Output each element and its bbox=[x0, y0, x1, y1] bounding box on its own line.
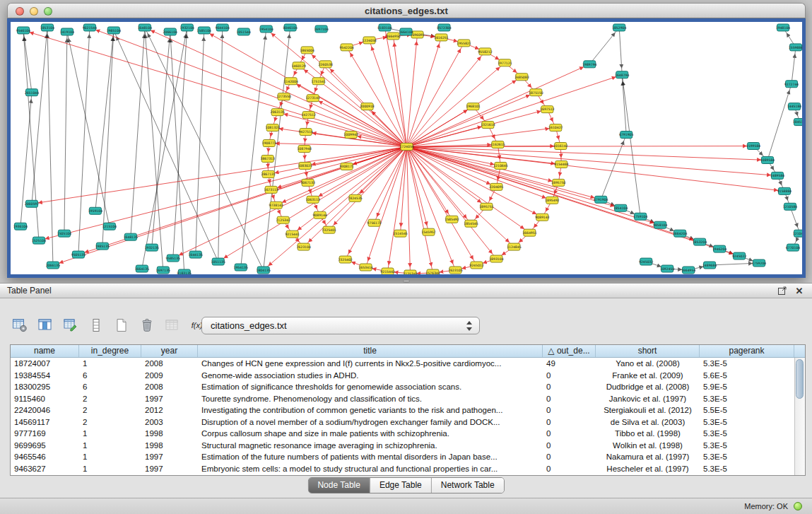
graph-node[interactable]: 1051135 bbox=[211, 258, 225, 265]
graph-node[interactable]: 1853104 bbox=[40, 24, 54, 31]
column-header-pagerank[interactable]: pagerank bbox=[700, 345, 794, 357]
graph-node[interactable]: 1985135 bbox=[95, 243, 110, 250]
table-row[interactable]: 946554611997Estimation of the future num… bbox=[11, 451, 805, 463]
graph-node[interactable]: 1445184 bbox=[787, 103, 801, 110]
column-header-short[interactable]: short bbox=[596, 345, 700, 357]
graph-node[interactable]: 9427514 bbox=[298, 129, 312, 136]
graph-node[interactable]: 1083021 bbox=[298, 162, 312, 169]
graph-node[interactable]: 7125342 bbox=[276, 216, 290, 223]
graph-node[interactable]: 9505135 bbox=[71, 251, 86, 258]
graph-node[interactable]: 1124845 bbox=[507, 243, 521, 250]
graph-node[interactable]: 2651044 bbox=[25, 89, 39, 96]
graph-node[interactable]: 1908773 bbox=[261, 140, 276, 147]
graph-node[interactable]: 1895751 bbox=[479, 203, 493, 210]
graph-node[interactable]: 1644135 bbox=[189, 251, 203, 258]
graph-node[interactable]: 8183135 bbox=[177, 269, 192, 274]
graph-node[interactable]: 1895492 bbox=[545, 197, 559, 204]
graph-node[interactable]: 1932135 bbox=[145, 244, 159, 251]
graph-node[interactable]: 1724054 bbox=[399, 144, 413, 151]
graph-node[interactable]: 1514545 bbox=[393, 230, 407, 237]
graph-node[interactable]: 1895750 bbox=[551, 179, 565, 186]
table-row[interactable]: 1830029562008Estimation of significance … bbox=[11, 381, 805, 393]
graph-node[interactable]: 1142004 bbox=[283, 78, 298, 85]
graph-node[interactable]: 1460129 bbox=[291, 62, 305, 69]
graph-node[interactable]: 7623104 bbox=[296, 243, 310, 250]
graph-node[interactable]: 1616251 bbox=[434, 34, 448, 41]
graph-node[interactable]: 1648104 bbox=[138, 24, 152, 31]
graph-node[interactable]: 1648794 bbox=[615, 71, 629, 78]
graph-node[interactable]: 1804135 bbox=[256, 267, 270, 274]
graph-node[interactable]: 9245032 bbox=[639, 258, 653, 265]
graph-node[interactable]: 1946204 bbox=[712, 245, 726, 252]
column-header-out_degree[interactable]: △ out_de... bbox=[543, 345, 596, 357]
graph-node[interactable]: 1585492 bbox=[445, 216, 459, 223]
tab-edge-table[interactable]: Edge Table bbox=[370, 478, 432, 493]
graph-node[interactable]: 1087948 bbox=[297, 146, 311, 153]
graph-node[interactable]: 1162615 bbox=[490, 141, 505, 148]
graph-node[interactable]: 1759104 bbox=[633, 213, 647, 220]
graph-node[interactable]: 2060597 bbox=[25, 200, 39, 207]
table-row[interactable]: 946362711997Embryonic stem cells: a mode… bbox=[11, 463, 805, 475]
table-row[interactable]: 2242004622012Investigating the contribut… bbox=[11, 404, 805, 416]
graph-node[interactable]: 2066104 bbox=[163, 28, 177, 35]
graph-node[interactable]: 8183104 bbox=[377, 24, 392, 31]
graph-node[interactable]: 1989794 bbox=[582, 61, 596, 68]
graph-node[interactable]: 6791905 bbox=[619, 132, 633, 139]
graph-node[interactable]: 1664954 bbox=[681, 267, 695, 274]
graph-node[interactable]: 1016142 bbox=[553, 143, 567, 150]
graph-node[interactable]: 2000918 bbox=[360, 103, 374, 110]
graph-node[interactable]: 1854545 bbox=[464, 220, 478, 227]
table-row[interactable]: 969969511998Structural magnetic resonanc… bbox=[11, 440, 805, 452]
tab-node-table[interactable]: Node Table bbox=[308, 478, 370, 493]
graph-node[interactable]: 1664135 bbox=[135, 265, 149, 272]
graph-node[interactable]: 7325402 bbox=[338, 256, 352, 263]
graph-node[interactable]: 1948104 bbox=[776, 24, 790, 31]
graph-node[interactable]: 1751541 bbox=[311, 78, 325, 85]
graph-node[interactable]: 1545957 bbox=[421, 228, 435, 235]
rename-column-icon[interactable] bbox=[164, 317, 181, 334]
graph-node[interactable]: 9089144 bbox=[312, 211, 326, 218]
column-header-year[interactable]: year bbox=[141, 345, 198, 357]
table-row[interactable]: 1872400712008Changes of HCN gene express… bbox=[11, 358, 805, 370]
graph-node[interactable]: 9542204 bbox=[339, 44, 353, 51]
graph-node[interactable]: 8572304 bbox=[437, 24, 451, 31]
graph-node[interactable]: 1954104 bbox=[259, 25, 273, 33]
new-column-icon[interactable] bbox=[113, 317, 130, 334]
graph-node[interactable]: 1936104 bbox=[13, 223, 28, 230]
table-row[interactable]: 1938455462009Genome-wide association stu… bbox=[11, 370, 805, 382]
window-close-button[interactable] bbox=[16, 7, 24, 16]
graph-node[interactable]: 9272744 bbox=[784, 81, 799, 88]
graph-node[interactable]: 9089143 bbox=[535, 214, 549, 221]
graph-node[interactable]: 1852904 bbox=[612, 24, 626, 31]
graph-node[interactable]: 1505104 bbox=[57, 230, 71, 237]
graph-node[interactable]: 9245022 bbox=[732, 252, 746, 259]
tab-network-table[interactable]: Network Table bbox=[432, 478, 504, 493]
table-mode-icon[interactable] bbox=[11, 317, 28, 334]
graph-node[interactable]: 9308171 bbox=[339, 163, 353, 170]
graph-node[interactable]: 2063135 bbox=[270, 109, 284, 116]
graph-node[interactable]: 1845184 bbox=[793, 119, 802, 126]
graph-node[interactable]: 1853204 bbox=[693, 238, 707, 245]
graph-node[interactable]: 1585104 bbox=[197, 27, 211, 34]
table-selector-dropdown[interactable]: citations_edges.txt bbox=[201, 317, 480, 334]
graph-node[interactable]: 1893104 bbox=[489, 255, 503, 262]
graph-node[interactable]: 1968101 bbox=[466, 103, 480, 110]
graph-node[interactable]: 1599584 bbox=[746, 143, 760, 150]
graph-node[interactable]: 9215441 bbox=[285, 230, 299, 238]
graph-node[interactable]: 1210584 bbox=[783, 203, 797, 210]
graph-node[interactable]: 1210484 bbox=[793, 230, 802, 237]
graph-node[interactable]: 1224058 bbox=[362, 37, 376, 44]
graph-node[interactable]: 1215104 bbox=[102, 223, 117, 230]
graph-node[interactable]: 7125343 bbox=[403, 270, 417, 274]
graph-node[interactable]: 1321614 bbox=[481, 122, 495, 129]
graph-node[interactable]: 9756173 bbox=[367, 219, 381, 226]
graph-node[interactable]: 3067133 bbox=[300, 179, 314, 186]
graph-node[interactable]: 1955821 bbox=[457, 40, 471, 47]
graph-node[interactable]: 1932104 bbox=[180, 24, 194, 31]
graph-node[interactable]: 1273550 bbox=[276, 93, 290, 100]
graph-node[interactable]: 1697135 bbox=[156, 267, 170, 274]
close-panel-icon[interactable]: ✕ bbox=[794, 286, 805, 296]
table-row[interactable]: 911546021997Tourette syndrome. Phenomeno… bbox=[11, 393, 805, 405]
graph-node[interactable]: 9558212 bbox=[478, 48, 492, 55]
graph-node[interactable]: 1697513 bbox=[540, 106, 554, 113]
